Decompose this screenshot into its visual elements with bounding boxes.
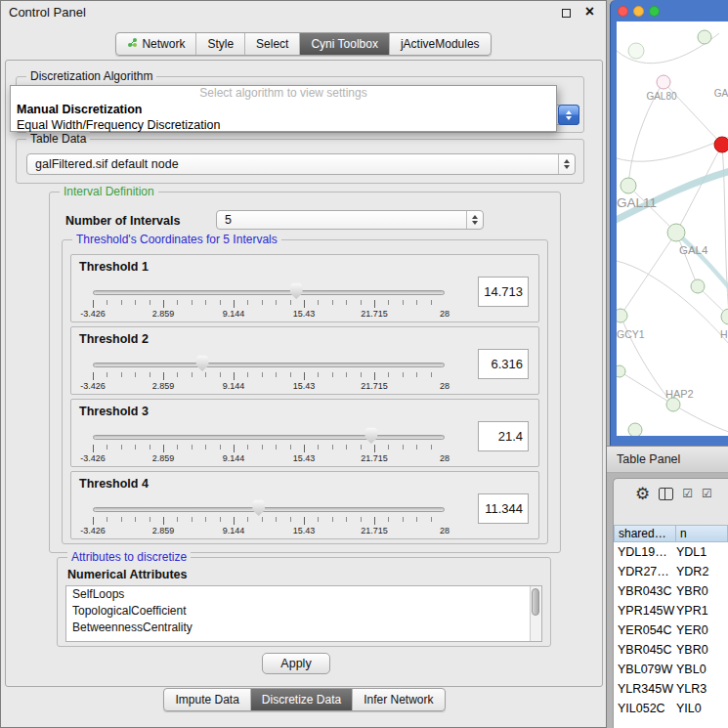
zoom-window-icon[interactable] xyxy=(649,6,660,17)
table-cell[interactable]: YDL1 xyxy=(676,542,728,562)
list-item[interactable]: TopologicalCoefficient xyxy=(66,603,541,620)
combobox-stepper-icon[interactable] xyxy=(558,154,575,174)
list-scrollbar[interactable] xyxy=(530,586,541,641)
table-row[interactable]: YBR043C YBR0 xyxy=(614,581,728,601)
table-cell[interactable]: YLR345W xyxy=(614,679,676,699)
threshold-3-slider[interactable]: -3.426 2.859 9.144 15.43 21.715 28 xyxy=(93,425,445,464)
network-node[interactable] xyxy=(721,309,728,324)
table-cell[interactable]: YPR145W xyxy=(614,601,676,621)
table-row[interactable]: YBR045C YBR0 xyxy=(614,640,728,660)
table-cell[interactable]: YDL19… xyxy=(614,542,676,562)
threshold-4-slider[interactable]: -3.426 2.859 9.144 15.43 21.715 28 xyxy=(93,497,445,536)
number-of-intervals-combobox[interactable]: 5 xyxy=(216,210,484,230)
node-label: GCY1 xyxy=(617,328,645,340)
table-row[interactable]: YBL079W YBL0 xyxy=(614,660,728,679)
control-panel-titlebar[interactable]: Control Panel × xyxy=(1,1,606,24)
list-item[interactable]: SelfLoops xyxy=(66,586,541,603)
table-cell[interactable]: YBL079W xyxy=(614,660,676,679)
threshold-2-slider[interactable]: -3.426 2.859 9.144 15.43 21.715 28 xyxy=(93,353,445,392)
network-view-window[interactable]: GAL80 GA GAL11 GAL4 GCY1 H HAP2 xyxy=(610,0,728,446)
table-cell[interactable]: YBL0 xyxy=(676,660,728,679)
select-all-check-icon[interactable]: ☑ xyxy=(682,487,693,500)
slider-thumb[interactable] xyxy=(251,499,266,516)
select-check-icon[interactable]: ☑ xyxy=(702,487,712,500)
slider-track[interactable] xyxy=(93,290,445,295)
scale-label: 2.859 xyxy=(152,453,175,463)
tab-style[interactable]: Style xyxy=(196,33,245,55)
network-canvas[interactable]: GAL80 GA GAL11 GAL4 GCY1 H HAP2 xyxy=(617,21,728,436)
network-node[interactable] xyxy=(666,398,680,411)
dropdown-placeholder-option[interactable]: Select algorithm to view settings xyxy=(11,86,556,102)
table-cell[interactable]: YLR3 xyxy=(676,679,728,699)
slider-thumb[interactable] xyxy=(364,427,378,444)
close-window-icon[interactable] xyxy=(618,6,628,17)
columns-icon[interactable] xyxy=(659,488,673,500)
tab-network[interactable]: Network xyxy=(116,33,196,55)
slider-thumb[interactable] xyxy=(195,355,210,371)
table-data-combobox[interactable]: galFiltered.sif default node xyxy=(26,153,576,175)
top-tab-strip: Network Style Select Cyni Toolbox jActiv… xyxy=(1,32,606,56)
column-header-shared-name[interactable]: shared… xyxy=(614,525,676,542)
network-node[interactable] xyxy=(628,423,642,436)
tab-select[interactable]: Select xyxy=(245,33,300,55)
interval-definition-group-title: Interval Definition xyxy=(60,185,158,198)
table-cell[interactable]: YDR27… xyxy=(614,562,676,581)
list-item[interactable]: BetweennessCentrality xyxy=(66,620,541,636)
slider-track[interactable] xyxy=(93,363,445,367)
threshold-3-value-field[interactable]: 21.4 xyxy=(478,421,529,451)
tab-impute-data[interactable]: Impute Data xyxy=(164,689,250,710)
table-row[interactable]: YDL19… YDL1 xyxy=(614,542,728,562)
column-header-name[interactable]: n xyxy=(676,525,728,542)
network-node[interactable] xyxy=(617,309,627,322)
table-row[interactable]: YIL052C YIL0 xyxy=(614,699,728,718)
tab-infer-network[interactable]: Infer Network xyxy=(353,689,444,710)
table-cell[interactable]: YBR0 xyxy=(676,581,728,601)
network-node[interactable] xyxy=(667,224,685,241)
tab-jactivemodules[interactable]: jActiveModules xyxy=(390,33,491,55)
table-cell[interactable]: YIL0 xyxy=(676,699,728,718)
tab-cyni-toolbox[interactable]: Cyni Toolbox xyxy=(300,33,389,55)
network-node[interactable] xyxy=(657,75,670,89)
threshold-1-slider[interactable]: -3.426 2.859 9.144 15.43 21.715 28 xyxy=(93,280,445,320)
threshold-4-value-field[interactable]: 11.344 xyxy=(478,493,529,524)
scale-label: 9.144 xyxy=(223,309,245,319)
network-node[interactable] xyxy=(698,30,711,44)
slider-track[interactable] xyxy=(93,435,445,440)
close-icon[interactable]: × xyxy=(585,3,594,21)
table-cell[interactable]: YIL052C xyxy=(614,699,676,718)
table-cell[interactable]: YPR1 xyxy=(676,601,728,621)
slider-thumb[interactable] xyxy=(289,282,304,299)
network-node[interactable] xyxy=(621,178,636,193)
combobox-stepper-icon[interactable] xyxy=(558,105,579,125)
table-cell[interactable]: YBR045C xyxy=(614,640,676,660)
network-node[interactable] xyxy=(617,365,625,377)
table-cell[interactable]: YER0 xyxy=(676,621,728,640)
window-title: Control Panel xyxy=(9,5,86,20)
minimize-window-icon[interactable] xyxy=(633,6,644,17)
scale-label: 21.715 xyxy=(361,381,388,391)
down-arrow-icon xyxy=(564,165,570,169)
tab-discretize-data[interactable]: Discretize Data xyxy=(251,689,353,710)
table-cell[interactable]: YBR0 xyxy=(676,640,728,660)
table-row[interactable]: YPR145W YPR1 xyxy=(614,601,728,621)
float-window-icon[interactable] xyxy=(562,9,571,18)
dropdown-option-equal-width-frequency[interactable]: Equal Width/Frequency Discretization xyxy=(11,117,556,133)
network-node-selected[interactable] xyxy=(714,137,728,152)
table-cell[interactable]: YER054C xyxy=(614,621,676,640)
table-cell[interactable]: YDR2 xyxy=(676,562,728,581)
threshold-1-value-field[interactable]: 14.713 xyxy=(478,277,529,307)
table-row[interactable]: YER054C YER0 xyxy=(614,621,728,640)
table-row[interactable]: YLR345W YLR3 xyxy=(614,679,728,699)
combobox-stepper-icon[interactable] xyxy=(466,211,483,229)
network-node[interactable] xyxy=(628,43,644,59)
table-row[interactable]: YDR27… YDR2 xyxy=(614,562,728,581)
dropdown-option-manual-discretization[interactable]: Manual Discretization xyxy=(11,102,556,117)
gear-icon[interactable]: ⚙ xyxy=(635,486,650,502)
slider-track[interactable] xyxy=(93,507,445,512)
scrollbar-thumb[interactable] xyxy=(532,588,539,616)
table-cell[interactable]: YBR043C xyxy=(614,581,676,601)
apply-button[interactable]: Apply xyxy=(262,653,330,674)
network-node[interactable] xyxy=(691,279,705,293)
numerical-attributes-list[interactable]: SelfLoops TopologicalCoefficient Between… xyxy=(65,585,542,642)
threshold-2-value-field[interactable]: 6.316 xyxy=(478,349,529,379)
